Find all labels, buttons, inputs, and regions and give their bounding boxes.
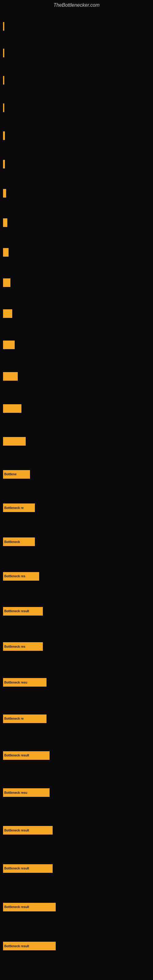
- bar-row: Bottleneck resu: [3, 678, 150, 687]
- bar-text: Bottleneck result: [4, 754, 29, 757]
- bar-text: Bottleneck result: [4, 829, 29, 832]
- bar: Bottleneck result: [3, 864, 53, 873]
- bar-row: [3, 309, 150, 318]
- bar: Bottleneck result: [3, 751, 49, 760]
- bar-row: [3, 404, 150, 414]
- bar-row: Bottleneck result: [3, 902, 150, 912]
- bar-row: [3, 159, 150, 169]
- site-title: TheBottlenecker.com: [0, 0, 153, 9]
- bar: [3, 218, 7, 227]
- bar-row: [3, 188, 150, 198]
- bar: [3, 437, 26, 445]
- bar-row: Bottleneck re: [3, 503, 150, 513]
- chart-area: BottleneBottleneck reBottleneckBottlenec…: [0, 9, 153, 980]
- bar: Bottleneck result: [3, 903, 56, 912]
- bar-row: Bottleneck res: [3, 571, 150, 581]
- bar-text: Bottleneck res: [4, 645, 26, 648]
- bar-row: [3, 103, 150, 113]
- bar-row: Bottleneck result: [3, 941, 150, 951]
- bar: Bottleneck re: [3, 503, 35, 512]
- bar: [3, 76, 4, 84]
- bar: [3, 309, 12, 318]
- bar-row: Bottleneck resu: [3, 788, 150, 797]
- bar: [3, 372, 18, 381]
- bar: [3, 103, 4, 112]
- bar-row: Bottleneck result: [3, 751, 150, 760]
- bar: [3, 49, 4, 57]
- bar-row: [3, 75, 150, 85]
- bar: Bottleneck resu: [3, 678, 46, 687]
- bar: Bottlene: [3, 470, 30, 479]
- bar-text: Bottleneck result: [4, 905, 29, 908]
- bar-text: Bottleneck re: [4, 717, 24, 720]
- bar-row: [3, 340, 150, 350]
- bar-text: Bottleneck result: [4, 867, 29, 870]
- bar: Bottleneck result: [3, 607, 43, 616]
- bar: [3, 160, 5, 169]
- bar: [3, 248, 9, 257]
- bar-row: [3, 278, 150, 288]
- bar-row: Bottleneck result: [3, 606, 150, 616]
- bar: [3, 131, 5, 140]
- bar-text: Bottleneck result: [4, 609, 29, 613]
- bar: [3, 404, 21, 413]
- bar-row: [3, 131, 150, 140]
- bar-row: [3, 21, 150, 31]
- bar-row: Bottleneck result: [3, 864, 150, 873]
- bar: Bottleneck res: [3, 642, 43, 651]
- bar-text: Bottleneck result: [4, 945, 29, 948]
- bar: Bottleneck result: [3, 826, 53, 835]
- bar-row: Bottleneck result: [3, 825, 150, 835]
- bar: [3, 278, 10, 287]
- page-wrapper: TheBottlenecker.com BottleneBottleneck r…: [0, 0, 153, 980]
- bar-text: Bottlene: [4, 473, 16, 476]
- bar: Bottleneck: [3, 538, 35, 546]
- bar-row: [3, 247, 150, 257]
- bar-row: Bottlene: [3, 469, 150, 479]
- bar-row: [3, 48, 150, 58]
- bar-row: [3, 436, 150, 446]
- bar-text: Bottleneck: [4, 540, 20, 544]
- bar: Bottleneck re: [3, 714, 46, 723]
- bar: [3, 340, 15, 349]
- bar: Bottleneck resu: [3, 788, 49, 797]
- bar: Bottleneck res: [3, 572, 39, 581]
- bar-text: Bottleneck res: [4, 574, 26, 578]
- bar-row: Bottleneck res: [3, 641, 150, 651]
- bar-row: [3, 218, 150, 228]
- bar: Bottleneck result: [3, 942, 56, 950]
- bar-row: [3, 371, 150, 381]
- bar: [3, 189, 6, 197]
- bar-row: Bottleneck re: [3, 714, 150, 724]
- bar-text: Bottleneck resu: [4, 681, 27, 684]
- bar-text: Bottleneck resu: [4, 791, 27, 794]
- bar-text: Bottleneck re: [4, 506, 24, 510]
- bar-row: Bottleneck: [3, 537, 150, 547]
- bar: [3, 22, 4, 30]
